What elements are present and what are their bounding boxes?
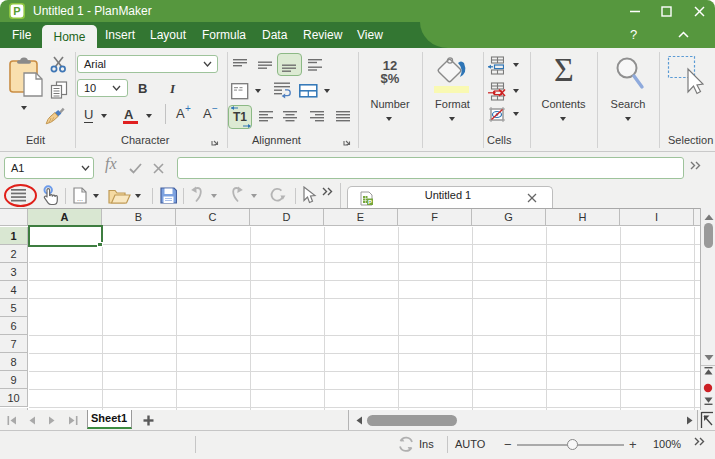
svg-text:P: P bbox=[13, 5, 20, 17]
svg-text:...: ... bbox=[77, 195, 83, 202]
